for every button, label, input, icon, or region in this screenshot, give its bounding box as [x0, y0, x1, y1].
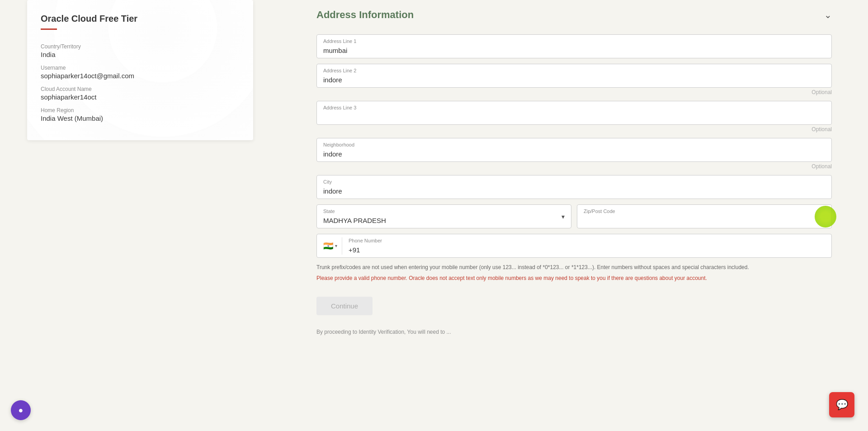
home-region-value: India West (Mumbai): [41, 114, 240, 122]
address-line-2-optional: Optional: [316, 89, 832, 95]
state-zip-row: State MADHYA PRADESH Zip/Post Code: [316, 204, 832, 234]
address-line-2-input[interactable]: [317, 64, 831, 87]
address-line-1-label: Address Line 1: [323, 38, 356, 44]
collapse-icon[interactable]: ⌄: [824, 9, 832, 20]
chat-button[interactable]: 💬: [829, 392, 854, 417]
address-line-3-optional: Optional: [316, 126, 832, 133]
zip-wrapper: Zip/Post Code: [577, 204, 832, 228]
city-wrapper: City: [316, 175, 832, 199]
continue-button[interactable]: Continue: [316, 297, 373, 315]
neighborhood-input[interactable]: [317, 138, 831, 161]
state-select[interactable]: MADHYA PRADESH: [317, 205, 571, 228]
address-line-3-wrapper: Address Line 3: [316, 101, 832, 125]
address-line-1-input[interactable]: [317, 35, 831, 58]
card-underline: [41, 28, 57, 30]
city-input[interactable]: [317, 175, 831, 199]
city-group: City: [316, 175, 832, 199]
neighborhood-wrapper: Neighborhood: [316, 138, 832, 162]
help-circle-button[interactable]: ●: [11, 400, 31, 420]
state-label: State: [323, 208, 335, 214]
zip-label: Zip/Post Code: [584, 208, 615, 214]
address-line-2-label: Address Line 2: [323, 68, 356, 73]
phone-label: Phone Number: [349, 238, 382, 243]
neighborhood-group: Neighborhood Optional: [316, 138, 832, 170]
state-wrapper: State MADHYA PRADESH: [316, 204, 571, 228]
phone-country-selector[interactable]: 🇮🇳 ▾: [317, 237, 342, 255]
phone-input[interactable]: [342, 234, 831, 257]
city-label: City: [323, 179, 332, 185]
phone-group: 🇮🇳 ▾ Phone Number: [316, 234, 832, 258]
left-panel: Oracle Cloud Free Tier Country/Territory…: [0, 0, 280, 431]
address-line-3-input[interactable]: [317, 101, 831, 124]
address-line-2-group: Address Line 2 Optional: [316, 64, 832, 95]
right-panel: Address Information ⌄ Address Line 1 Add…: [280, 0, 868, 431]
india-flag-icon: 🇮🇳: [323, 242, 333, 250]
address-line-3-label: Address Line 3: [323, 105, 356, 110]
neighborhood-label: Neighborhood: [323, 142, 354, 147]
address-line-3-group: Address Line 3 Optional: [316, 101, 832, 133]
address-line-2-wrapper: Address Line 2: [316, 64, 832, 88]
zip-group: Zip/Post Code: [577, 204, 832, 228]
username-label: Username: [41, 65, 240, 71]
cloud-account-label: Cloud Account Name: [41, 86, 240, 92]
home-region-label: Home Region: [41, 107, 240, 114]
address-line-1-wrapper: Address Line 1: [316, 34, 832, 58]
section-header: Address Information ⌄: [316, 9, 832, 25]
info-card: Oracle Cloud Free Tier Country/Territory…: [27, 0, 253, 140]
phone-dropdown-arrow-icon: ▾: [335, 243, 337, 248]
username-value: sophiaparker14oct@gmail.com: [41, 72, 240, 80]
phone-error-text: Please provide a valid phone number. Ora…: [316, 274, 832, 282]
state-group: State MADHYA PRADESH: [316, 204, 571, 228]
help-circle-icon: ●: [19, 406, 24, 415]
phone-wrapper: 🇮🇳 ▾ Phone Number: [316, 234, 832, 258]
bottom-hint-text: By proceeding to Identity Verification, …: [316, 329, 832, 335]
country-label: Country/Territory: [41, 43, 240, 50]
chat-icon: 💬: [836, 399, 848, 411]
address-line-1-group: Address Line 1: [316, 34, 832, 58]
cloud-account-value: sophiaparker14oct: [41, 93, 240, 101]
card-title: Oracle Cloud Free Tier: [41, 14, 240, 24]
phone-input-inner: Phone Number: [342, 234, 831, 257]
zip-input[interactable]: [577, 205, 831, 228]
continue-section: Continue: [316, 289, 832, 324]
phone-hint-text: Trunk prefix/codes are not used when ent…: [316, 263, 832, 271]
country-value: India: [41, 51, 240, 58]
section-title: Address Information: [316, 9, 414, 21]
neighborhood-optional: Optional: [316, 163, 832, 170]
